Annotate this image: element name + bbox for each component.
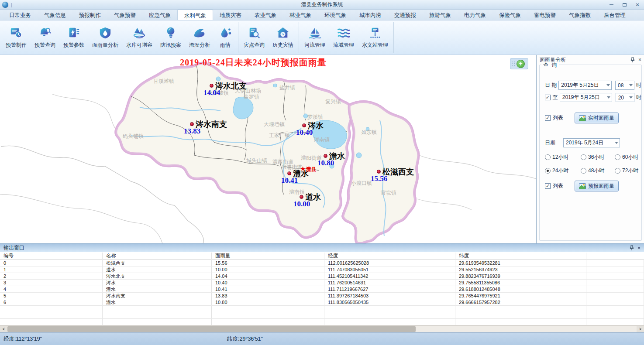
toolbar-button-防汛预案[interactable]: 防汛预案 <box>156 20 185 55</box>
radio-48小时[interactable]: 48小时 <box>581 167 615 174</box>
minimize-icon[interactable] <box>605 1 618 9</box>
toolbar-button-预警查询[interactable]: 预警查询 <box>31 20 59 55</box>
rain-analysis-panel: 面雨量分析 × 查 询 日 期 2019年 5月25日 08 时 ✓ 至 <box>537 55 644 243</box>
table-row[interactable]: 6澹水10.80111.83056505043529.6666157957282 <box>0 299 644 306</box>
table-row[interactable]: 1道水10.00111.74708305505129.552156374923 <box>0 266 644 273</box>
map-canvas[interactable]: 2019-05-24日未来24小时预报面雨量 甘溪滩镇火连坡镇天供山林场金罗镇盐… <box>0 55 537 243</box>
basin-waves-icon <box>336 26 351 39</box>
start-date-select[interactable]: 2019年 5月25日 <box>558 81 612 90</box>
menu-tab-气象指数[interactable]: 气象指数 <box>562 10 597 20</box>
forecast-rain-button[interactable]: 预报面雨量 <box>575 181 619 191</box>
radio-24小时[interactable]: 24小时 <box>545 167 581 174</box>
table-row[interactable]: 5涔水南支13.83111.39726718450329.76544769759… <box>0 293 644 299</box>
to-checkbox[interactable]: ✓ <box>545 95 551 100</box>
toolbar-separator <box>238 22 238 53</box>
menu-tab-水利气象[interactable]: 水利气象 <box>177 10 213 20</box>
menu-tab-保险气象[interactable]: 保险气象 <box>492 10 527 20</box>
table-row[interactable] <box>0 319 644 325</box>
star-icon: ★ <box>300 165 306 172</box>
table-row[interactable] <box>0 312 644 319</box>
table-row[interactable] <box>0 306 644 312</box>
toolbar-button-淹没分析[interactable]: 淹没分析 <box>185 20 214 55</box>
station-rain-value: 14.04 <box>189 89 234 97</box>
map-image-icon <box>579 115 586 121</box>
end-date-value: 2019年 5月25日 <box>562 94 600 101</box>
maximize-icon[interactable] <box>618 1 631 9</box>
menu-tab-旅游气象[interactable]: 旅游气象 <box>423 10 458 20</box>
realtime-list-checkbox[interactable]: ✓ <box>545 115 551 121</box>
menu-tab-地质灾害[interactable]: 地质灾害 <box>213 10 248 20</box>
end-date-select[interactable]: 2019年 5月25日 <box>560 93 612 102</box>
radio-72小时[interactable]: 72小时 <box>615 167 644 174</box>
close-icon[interactable]: × <box>631 1 644 9</box>
scroll-right-icon[interactable]: > <box>637 326 644 332</box>
table-cell: 111.830565050435 <box>324 299 455 305</box>
menu-tab-林业气象[interactable]: 林业气象 <box>283 10 318 20</box>
menu-tab-农业气象[interactable]: 农业气象 <box>248 10 283 20</box>
radio-60小时[interactable]: 60小时 <box>615 154 644 161</box>
table-cell <box>212 319 324 325</box>
table-cell: 29.8823476716939 <box>455 273 586 279</box>
menu-tab-城市内涝[interactable]: 城市内涝 <box>353 10 388 20</box>
toolbar-button-灾点查询[interactable]: 灾点查询 <box>240 20 269 55</box>
town-label-大堰垱镇: 大堰垱镇 <box>264 121 285 128</box>
green-plus-icon: + <box>517 60 525 68</box>
column-header: 面雨量 <box>212 253 324 259</box>
table-cell: 1 <box>0 266 103 273</box>
horizontal-scrollbar[interactable]: < > <box>0 325 644 332</box>
toolbar-button-河流管理[interactable]: 河流管理 <box>300 20 329 55</box>
table-cell: 10.00 <box>212 266 324 273</box>
toolbar-button-流域管理[interactable]: 流域管理 <box>329 20 358 55</box>
scroll-left-icon[interactable]: < <box>0 326 7 332</box>
table-row[interactable]: 3涔水10.40111.7620051463129.7555811355086 <box>0 280 644 286</box>
start-hour-select[interactable]: 08 <box>615 81 634 90</box>
output-close-icon[interactable]: × <box>637 245 641 251</box>
menu-tab-气象信息[interactable]: 气象信息 <box>38 10 72 20</box>
table-cell: 13.83 <box>212 293 324 299</box>
toolbar-button-预警制作[interactable]: 预警制作 <box>2 20 31 55</box>
menu-tab-后台管理[interactable]: 后台管理 <box>597 10 632 20</box>
table-cell: 29.6666157957282 <box>455 299 586 305</box>
forecast-date-select[interactable]: 2019年 5月24日 <box>563 138 620 147</box>
chevron-down-icon <box>606 84 610 86</box>
menu-tab-电力气象[interactable]: 电力气象 <box>458 10 492 20</box>
toolbar-button-水文站管理[interactable]: 水文站管理 <box>358 20 392 55</box>
radio-36小时[interactable]: 36小时 <box>581 154 615 161</box>
station-rain-value: 10.41 <box>267 176 312 185</box>
scrollbar-thumb[interactable] <box>7 326 416 332</box>
table-cell: 14.04 <box>212 273 324 279</box>
menu-tab-日常业务[interactable]: 日常业务 <box>3 10 38 20</box>
realtime-rain-button[interactable]: 实时面雨量 <box>575 113 619 123</box>
forecast-list-checkbox[interactable]: ✓ <box>545 183 551 189</box>
start-hour-value: 08 <box>618 82 623 89</box>
pin-icon[interactable] <box>630 245 634 251</box>
table-cell <box>103 306 212 312</box>
toolbar-button-面雨量分析[interactable]: 面雨量分析 <box>88 20 122 55</box>
menu-tab-预报制作[interactable]: 预报制作 <box>72 10 107 20</box>
toolbar-button-预警参数[interactable]: 预警参数 <box>59 20 88 55</box>
table-row[interactable]: 2涔水北支14.04111.45210541134229.88234767169… <box>0 273 644 280</box>
menu-tab-应急气象[interactable]: 应急气象 <box>142 10 177 20</box>
realtime-list-label: 列表 <box>553 114 563 122</box>
end-hour-select[interactable]: 20 <box>616 93 634 102</box>
output-table[interactable]: 编号名称面雨量经度纬度0松滋西支15.56112.00162562502829.… <box>0 252 644 325</box>
toolbar-button-雨情[interactable]: 雨情 <box>214 20 237 55</box>
map-title: 2019-05-24日未来24小时预报面雨量 <box>0 57 506 68</box>
alert-make-icon <box>9 26 24 39</box>
town-label-梦溪镇: 梦溪镇 <box>307 113 323 121</box>
panel-close-icon[interactable]: × <box>638 57 641 63</box>
menu-tab-交通预报[interactable]: 交通预报 <box>388 10 423 20</box>
map-add-layer-button[interactable]: + <box>510 58 528 69</box>
toolbar-button-历史灾情[interactable]: 历史灾情 <box>269 20 297 55</box>
pin-icon[interactable] <box>630 57 635 63</box>
menu-tab-环境气象[interactable]: 环境气象 <box>318 10 353 20</box>
table-row[interactable]: 0松滋西支15.56112.00162562502829.61935495322… <box>0 260 644 266</box>
table-header-row: 编号名称面雨量经度纬度 <box>0 252 644 260</box>
table-row[interactable]: 4澧水10.41111.71121966762729.6188012485048 <box>0 286 644 293</box>
toolbar-button-水库可增容[interactable]: 水库可增容 <box>122 20 156 55</box>
scrollbar-track[interactable] <box>7 326 637 332</box>
menu-tab-气象预警[interactable]: 气象预警 <box>107 10 142 20</box>
table-cell <box>586 306 644 312</box>
menu-tab-雷电预警[interactable]: 雷电预警 <box>527 10 562 20</box>
radio-12小时[interactable]: 12小时 <box>545 154 581 161</box>
